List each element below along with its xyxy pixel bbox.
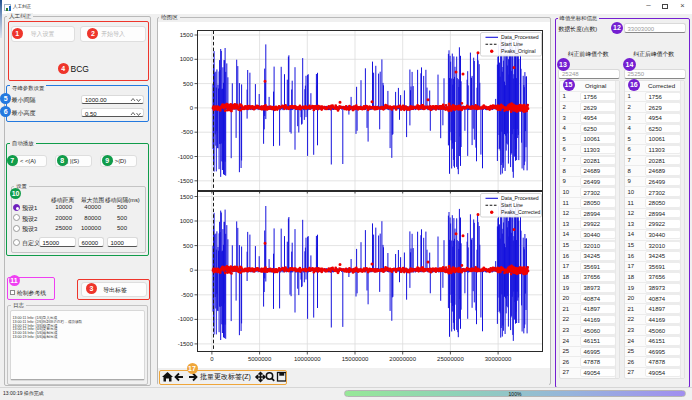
svg-text:Start Line: Start Line (501, 202, 523, 208)
svg-text:1000: 1000 (180, 218, 194, 224)
svg-text:Data_Processed: Data_Processed (501, 195, 539, 201)
svg-text:30000000: 30000000 (485, 356, 512, 362)
svg-text:Peaks_Original: Peaks_Original (501, 48, 536, 54)
svg-text:-500: -500 (181, 129, 194, 135)
svg-text:Peaks_Corrected: Peaks_Corrected (501, 209, 541, 215)
svg-text:-500: -500 (181, 292, 194, 298)
svg-text:5000000: 5000000 (248, 356, 272, 362)
svg-text:Start Line: Start Line (501, 41, 523, 47)
svg-text:1500: 1500 (180, 194, 194, 200)
svg-text:25000000: 25000000 (437, 356, 464, 362)
svg-text:Data_Processed: Data_Processed (501, 34, 539, 40)
svg-text:1500: 1500 (180, 32, 194, 38)
svg-text:20000000: 20000000 (389, 356, 416, 362)
svg-text:-1500: -1500 (178, 178, 194, 184)
svg-text:500: 500 (183, 243, 194, 249)
svg-text:10000000: 10000000 (294, 356, 321, 362)
svg-text:-1000: -1000 (178, 154, 194, 160)
svg-text:-1000: -1000 (178, 316, 194, 322)
svg-text:1000: 1000 (180, 56, 194, 62)
svg-text:15000000: 15000000 (342, 356, 369, 362)
svg-text:-1500: -1500 (178, 341, 194, 347)
svg-text:500: 500 (183, 81, 194, 87)
